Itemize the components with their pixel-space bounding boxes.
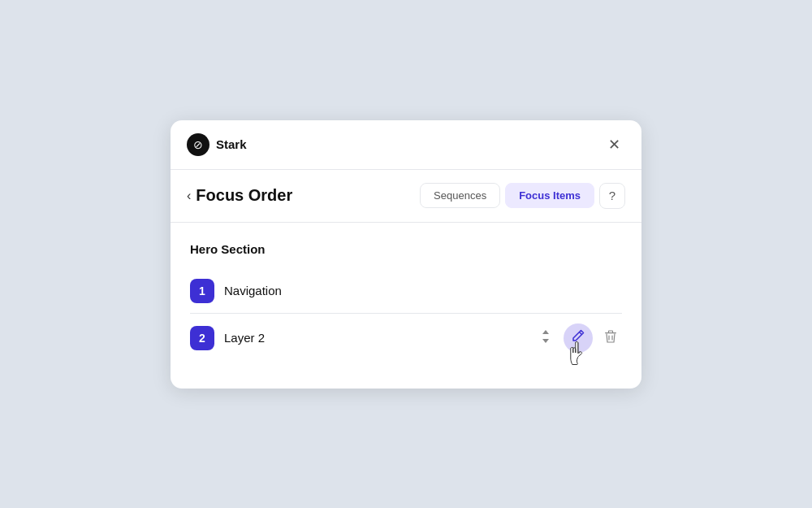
stark-logo: ⊘ (187, 133, 209, 156)
item-actions-2 (534, 323, 622, 353)
back-button[interactable]: ‹ Focus Order (187, 186, 292, 205)
header-left: ⊘ Stark (187, 133, 247, 156)
app-name: Stark (216, 137, 247, 151)
panel-header: ⊘ Stark ✕ (171, 120, 641, 170)
sort-button-2[interactable] (534, 327, 557, 350)
svg-rect-0 (605, 332, 616, 333)
panel: ⊘ Stark ✕ ‹ Focus Order Sequences Focus … (171, 120, 641, 389)
help-icon: ? (609, 189, 615, 202)
delete-button-2[interactable] (599, 327, 622, 350)
edit-button-2[interactable] (564, 323, 593, 353)
hero-section-label: Hero Section (190, 242, 622, 256)
help-button[interactable]: ? (599, 183, 625, 209)
close-button[interactable]: ✕ (603, 133, 625, 156)
close-icon: ✕ (608, 136, 620, 154)
tab-sequences[interactable]: Sequences (420, 183, 500, 208)
item-name-2: Layer 2 (224, 331, 525, 345)
focus-item-1: 1 Navigation (190, 269, 622, 314)
tab-group: Sequences Focus Items ? (420, 183, 625, 209)
page-title: Focus Order (196, 186, 292, 205)
panel-content: Hero Section 1 Navigation 2 Layer 2 (171, 223, 641, 389)
item-name-1: Navigation (224, 284, 622, 297)
edit-icon (572, 329, 585, 346)
item-badge-2: 2 (190, 326, 214, 350)
delete-icon (604, 329, 617, 347)
sort-icon (540, 328, 551, 348)
edit-wrapper (564, 323, 593, 353)
back-arrow-icon: ‹ (187, 189, 191, 203)
tab-focus-items[interactable]: Focus Items (505, 183, 594, 208)
panel-subheader: ‹ Focus Order Sequences Focus Items ? (171, 170, 641, 223)
item-badge-1: 1 (190, 279, 214, 303)
focus-list: 1 Navigation 2 Layer 2 (190, 269, 622, 363)
logo-symbol: ⊘ (193, 138, 203, 151)
focus-item-2: 2 Layer 2 (190, 314, 622, 363)
